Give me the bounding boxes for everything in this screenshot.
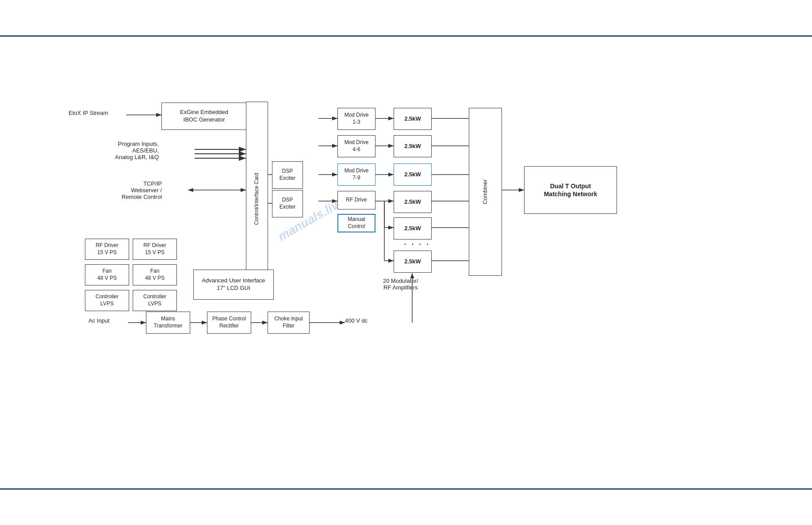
top-border-line bbox=[0, 35, 812, 37]
dsp-exciter-1-block: DSPExciter bbox=[272, 161, 303, 189]
mod-drive-46-block: Mod Drive4-6 bbox=[337, 135, 375, 157]
amp6-block: 2.5kW bbox=[394, 251, 432, 273]
manual-control-block: ManualControl bbox=[337, 214, 375, 232]
mod-drive-79-block: Mod Drive7-9 bbox=[337, 164, 375, 186]
amp2-block: 2.5kW bbox=[394, 135, 432, 157]
bottom-border-line bbox=[0, 488, 812, 490]
exgine-block: ExGine EmbeddedIBOC Generator bbox=[161, 103, 247, 130]
mod-drive-13-block: Mod Drive1-3 bbox=[337, 108, 375, 130]
amp1-block: 2.5kW bbox=[394, 108, 432, 130]
amp4-block: 2.5kW bbox=[394, 191, 432, 213]
rf-drive-block: RF Drive bbox=[337, 191, 375, 209]
dual-t-block: Dual T OutputMatching Network bbox=[524, 166, 617, 214]
rf-driver-ps2-block: RF Driver15 V PS bbox=[133, 239, 177, 260]
etox-label: EtoX IP Stream bbox=[69, 110, 108, 116]
mains-transformer-block: MainsTransformer bbox=[146, 312, 190, 334]
ac-input-label: Ac Input bbox=[88, 317, 110, 324]
phase-control-block: Phase ControlRectifier bbox=[207, 312, 251, 334]
amp3-block: 2.5kW bbox=[394, 164, 432, 186]
modulator-rf-label: 20 Modulator/RF Amplifiers bbox=[383, 278, 418, 291]
controller-lvps2-block: ControllerLVPS bbox=[133, 290, 177, 311]
combiner-block: Combiner bbox=[469, 108, 502, 276]
program-inputs-label: Program Inputs,AES/EBU,Analog L&R, I&Q bbox=[115, 141, 159, 160]
v400dc-label: 400 V dc bbox=[345, 317, 368, 324]
dsp-exciter-2-block: DSPExciter bbox=[272, 190, 303, 217]
aui-block: Advanced User Interface17" LCD GUI bbox=[193, 270, 274, 300]
fan-ps1-block: Fan48 V PS bbox=[85, 264, 129, 285]
amp5-block: 2.5kW bbox=[394, 217, 432, 240]
choke-filter-block: Choke InputFilter bbox=[268, 312, 310, 334]
dots-label: . . . . bbox=[404, 239, 430, 247]
tcp-ip-label: TCP/IPWebserver /Remote Control bbox=[122, 180, 162, 200]
rf-driver-ps1-block: RF Driver15 V PS bbox=[85, 239, 129, 260]
fan-ps2-block: Fan48 V PS bbox=[133, 264, 177, 285]
controller-lvps1-block: ControllerLVPS bbox=[85, 290, 129, 311]
control-interface-block: Control/Interface Card bbox=[246, 102, 268, 296]
